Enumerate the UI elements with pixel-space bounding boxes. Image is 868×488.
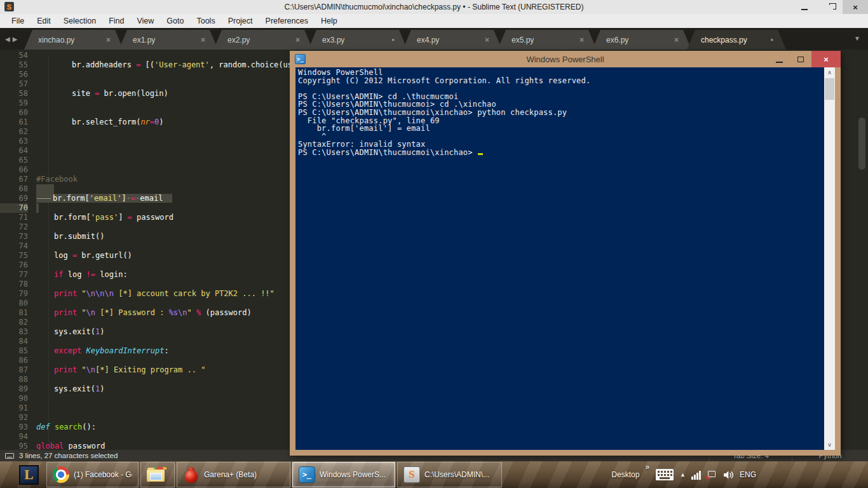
powershell-console[interactable]: Windows PowerShellCopyright (C) 2012 Mic…: [295, 67, 835, 450]
code-token: [192, 308, 196, 317]
signal-strength-icon[interactable]: [691, 470, 701, 480]
taskbar-button-chrome[interactable]: (1) Facebook - Go...: [46, 462, 139, 487]
powershell-maximize-button[interactable]: [790, 51, 811, 67]
tab-ex2.py[interactable]: ex2.py×: [214, 30, 313, 50]
code-token: 'User-agent': [154, 60, 210, 69]
menu-item-goto[interactable]: Goto: [160, 14, 190, 28]
line-number: 76: [0, 261, 28, 270]
menu-item-file[interactable]: File: [5, 14, 31, 28]
code-token: !=: [86, 270, 95, 279]
code-token: [50, 423, 55, 431]
chevron-right-icon[interactable]: »: [645, 463, 649, 471]
code-token: [*] account carck by PT2K2 ... !!": [114, 289, 275, 298]
menu-item-edit[interactable]: Edit: [31, 14, 57, 28]
tab-close-icon[interactable]: ×: [106, 36, 111, 44]
volume-icon[interactable]: [723, 470, 734, 480]
show-hidden-icons-icon[interactable]: ▲: [680, 471, 686, 478]
code-token: =: [131, 194, 135, 203]
tab-modified-dot-icon: ●: [391, 37, 395, 43]
tab-overflow-icon[interactable]: ▼: [854, 35, 860, 42]
menu-item-tools[interactable]: Tools: [190, 14, 221, 28]
tab-ex5.py[interactable]: ex5.py×: [498, 30, 597, 50]
minimize-button[interactable]: [792, 0, 817, 14]
tab-scroll-right-icon[interactable]: ▶: [13, 36, 18, 43]
taskbar-button-sublime[interactable]: SC:\Users\ADMIN\...: [397, 462, 502, 487]
code-token: \n: [86, 365, 95, 374]
close-button[interactable]: ×: [843, 0, 868, 14]
tab-close-icon[interactable]: ×: [674, 36, 679, 44]
garena-icon: [183, 466, 200, 483]
tab-checkpass.py[interactable]: checkpass.py●: [687, 30, 786, 50]
tab-scroll-left-icon[interactable]: ◀: [5, 36, 10, 43]
tab-close-icon[interactable]: ×: [580, 36, 584, 44]
taskbar-button-lol[interactable]: L: [19, 462, 39, 487]
powershell-close-button[interactable]: ×: [811, 51, 841, 67]
code-content: [28, 337, 36, 346]
menu-item-project[interactable]: Project: [222, 14, 259, 28]
code-content: #Facebook: [28, 175, 78, 184]
code-token: except: [54, 346, 81, 355]
code-content: [28, 137, 36, 146]
tab-ex1.py[interactable]: ex1.py×: [119, 30, 218, 50]
tab-close-icon[interactable]: ×: [485, 36, 489, 44]
console-output: Windows PowerShellCopyright (C) 2012 Mic…: [298, 69, 821, 157]
league-of-legends-icon: L: [19, 465, 39, 485]
code-content: [28, 394, 36, 403]
menu-item-help[interactable]: Help: [315, 14, 344, 28]
touch-keyboard-icon[interactable]: [655, 468, 674, 481]
code-content: sys.exit(1): [28, 327, 105, 337]
code-content: [28, 280, 36, 289]
line-number: 54: [0, 51, 28, 60]
taskbar-button-garena[interactable]: Garena+ (Beta): [177, 462, 290, 487]
code-token: sys.exit(: [54, 384, 95, 393]
code-content: [28, 51, 36, 60]
tab-close-icon[interactable]: ×: [201, 36, 205, 44]
taskbar-button-explorer[interactable]: [140, 462, 175, 487]
line-number: 80: [0, 299, 28, 308]
taskbar-button-label: Garena+ (Beta): [204, 470, 257, 479]
line-number: 88: [0, 375, 28, 384]
tab-xinchao.py[interactable]: xinchao.py×: [24, 30, 123, 50]
code-token: site: [72, 89, 95, 98]
tab-strip: xinchao.py×ex1.py×ex2.py×ex3.py●ex4.py×e…: [24, 28, 782, 50]
tab-ex3.py[interactable]: ex3.py●: [308, 30, 407, 50]
language-indicator[interactable]: ENG: [740, 470, 756, 479]
code-content: [28, 413, 36, 423]
scroll-up-icon[interactable]: ∧: [824, 67, 835, 78]
line-number: 83: [0, 327, 28, 337]
powershell-minimize-button[interactable]: [768, 51, 790, 67]
powershell-window-controls: ×: [768, 51, 841, 67]
code-token: if: [54, 270, 63, 279]
code-token: br.open(login): [99, 89, 168, 98]
menu-item-find[interactable]: Find: [102, 14, 130, 28]
scroll-down-icon[interactable]: ∨: [824, 440, 835, 450]
tab-ex6.py[interactable]: ex6.py×: [592, 30, 691, 50]
tab-ex4.py[interactable]: ex4.py×: [403, 30, 502, 50]
network-status-icon[interactable]: ×: [707, 471, 717, 479]
line-number: 63: [0, 137, 28, 146]
code-token: log: [54, 251, 72, 260]
powershell-titlebar[interactable]: >_ Windows PowerShell ×: [290, 51, 841, 67]
file-explorer-icon: [147, 466, 165, 483]
code-token: password: [132, 213, 173, 222]
taskbar-button-powershell[interactable]: >_Windows PowerS...: [292, 462, 395, 487]
taskbar-button-label: (1) Facebook - Go...: [74, 470, 132, 479]
editor-scrollbar-thumb[interactable]: [858, 118, 865, 170]
menu-item-selection[interactable]: Selection: [57, 14, 102, 28]
desktop-button[interactable]: Desktop: [611, 470, 639, 479]
console-scrollbar[interactable]: ∧ ∨: [824, 67, 835, 450]
taskbar-button-label: Windows PowerS...: [320, 470, 386, 479]
restore-button[interactable]: [817, 0, 843, 14]
code-content: br.form['email']·=·email: [28, 194, 172, 203]
code-token: \n\n\n: [86, 289, 114, 298]
tab-close-icon[interactable]: ×: [295, 36, 300, 44]
code-content: [28, 203, 39, 213]
menu-item-view[interactable]: View: [130, 14, 160, 28]
code-token: ": [81, 308, 86, 317]
console-scrollbar-thumb[interactable]: [825, 78, 834, 100]
menu-item-preferences[interactable]: Preferences: [259, 14, 315, 28]
code-token: 'pass': [91, 213, 118, 222]
code-content: except KeyboardInterrupt:: [28, 346, 169, 356]
chrome-icon: [53, 466, 69, 483]
line-number: 91: [0, 403, 28, 413]
